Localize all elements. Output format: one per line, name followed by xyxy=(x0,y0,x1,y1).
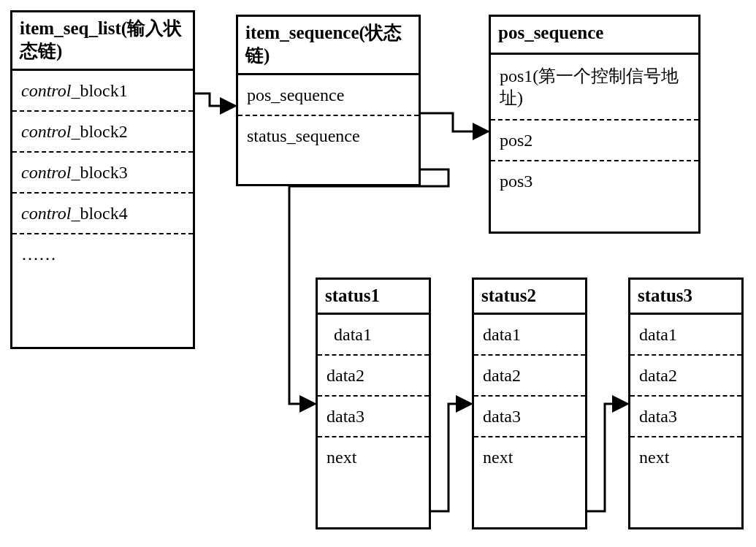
box-status2: status2 data1 data2 data3 next xyxy=(472,278,587,529)
status3-row: data1 xyxy=(630,315,741,356)
row-prefix: control xyxy=(21,204,71,223)
item-seq-list-row: control_block1 xyxy=(12,71,193,112)
status3-row: data2 xyxy=(630,356,741,397)
status2-row: data1 xyxy=(474,315,585,356)
status1-row: next xyxy=(318,437,429,477)
arrow-status1-next-to-status2 xyxy=(431,404,470,511)
item-sequence-row: pos_sequence xyxy=(238,75,419,116)
row-label: data1 xyxy=(334,325,372,344)
diagram-stage: item_seq_list(输入状态链) control_block1 cont… xyxy=(0,0,756,547)
row-prefix: control xyxy=(21,122,71,141)
status3-title: status3 xyxy=(630,280,741,315)
status2-row: next xyxy=(474,437,585,477)
arrow-status2-next-to-status3 xyxy=(587,404,627,511)
arrow-control-block1-to-item-sequence xyxy=(195,93,234,106)
row-label: next xyxy=(327,448,356,467)
status1-title: status1 xyxy=(318,280,429,315)
box-item-sequence: item_sequence(状态链) pos_sequence status_s… xyxy=(236,15,421,186)
row-label: pos3 xyxy=(500,172,532,191)
arrow-pos-sequence-to-pos-sequence-box xyxy=(421,113,487,131)
item-seq-list-body: control_block1 control_block2 control_bl… xyxy=(12,71,193,274)
box-item-seq-list: item_seq_list(输入状态链) control_block1 cont… xyxy=(10,10,195,349)
status1-row: data1 xyxy=(318,315,429,356)
row-label: data3 xyxy=(639,407,677,426)
row-label: next xyxy=(639,448,669,467)
row-suffix: …… xyxy=(21,245,56,264)
pos-sequence-title: pos_sequence xyxy=(491,17,698,55)
row-label: pos1(第一个控制信号地址) xyxy=(500,66,679,107)
row-label: data1 xyxy=(483,325,521,344)
item-seq-list-row: control_block2 xyxy=(12,112,193,153)
row-prefix: control xyxy=(21,81,71,100)
status2-row: data2 xyxy=(474,356,585,397)
row-label: data2 xyxy=(483,366,521,385)
box-status3: status3 data1 data2 data3 next xyxy=(628,278,744,529)
pos-sequence-row: pos1(第一个控制信号地址) xyxy=(491,55,698,121)
row-label: status_sequence xyxy=(247,126,360,145)
status2-row: data3 xyxy=(474,397,585,437)
item-seq-list-row: control_block4 xyxy=(12,194,193,234)
item-sequence-body: pos_sequence status_sequence xyxy=(238,75,419,156)
pos-sequence-row: pos3 xyxy=(491,161,698,201)
status1-row: data3 xyxy=(318,397,429,437)
status3-row: data3 xyxy=(630,397,741,437)
row-label: pos2 xyxy=(500,131,532,150)
row-label: data2 xyxy=(327,366,364,385)
row-label: data2 xyxy=(639,366,677,385)
status2-body: data1 data2 data3 next xyxy=(474,315,585,477)
status3-row: next xyxy=(630,437,741,477)
pos-sequence-row: pos2 xyxy=(491,121,698,161)
pos-sequence-body: pos1(第一个控制信号地址) pos2 pos3 xyxy=(491,55,698,201)
row-prefix: control xyxy=(21,163,71,182)
item-seq-list-row: …… xyxy=(12,234,193,274)
row-label: data3 xyxy=(483,407,521,426)
status1-row: data2 xyxy=(318,356,429,397)
row-suffix: _block3 xyxy=(71,163,127,182)
row-label: data3 xyxy=(327,407,364,426)
status2-title: status2 xyxy=(474,280,585,315)
box-pos-sequence: pos_sequence pos1(第一个控制信号地址) pos2 pos3 xyxy=(489,15,700,234)
row-label: data1 xyxy=(639,325,677,344)
status1-body: data1 data2 data3 next xyxy=(318,315,429,477)
row-suffix: _block4 xyxy=(71,204,127,223)
box-status1: status1 data1 data2 data3 next xyxy=(316,278,431,529)
row-suffix: _block2 xyxy=(71,122,127,141)
item-sequence-row: status_sequence xyxy=(238,116,419,156)
item-seq-list-row: control_block3 xyxy=(12,153,193,194)
status3-body: data1 data2 data3 next xyxy=(630,315,741,477)
item-sequence-title: item_sequence(状态链) xyxy=(238,17,419,75)
row-label: next xyxy=(483,448,513,467)
row-suffix: _block1 xyxy=(71,81,127,100)
row-label: pos_sequence xyxy=(247,85,344,104)
item-seq-list-title: item_seq_list(输入状态链) xyxy=(12,12,193,71)
